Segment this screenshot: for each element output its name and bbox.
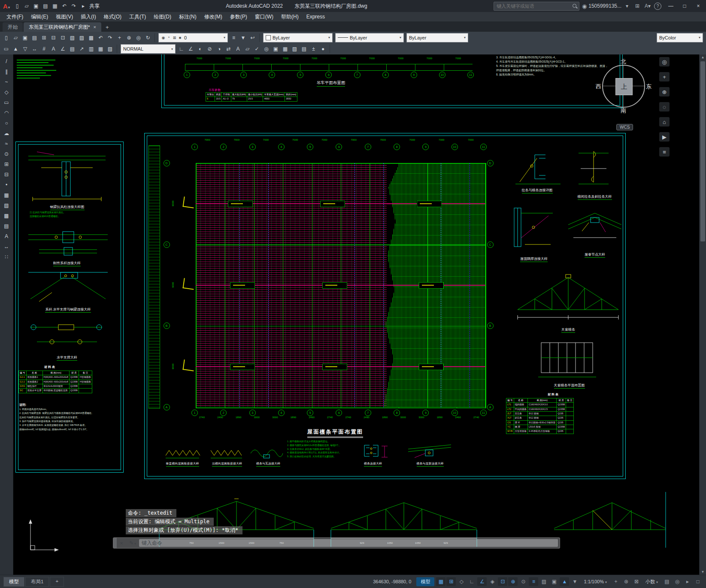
plot-style-icon[interactable]: ▥ [87, 45, 96, 53]
layer-color-icon[interactable]: ■ [178, 35, 182, 40]
qnew-icon[interactable]: ▯ [2, 33, 11, 42]
isolate-objects-icon[interactable]: ◎ [673, 577, 682, 586]
hatch-icon[interactable]: ▦ [96, 45, 105, 53]
construction-line-tool-icon[interactable]: ∥ [2, 67, 11, 76]
compass-east-label[interactable]: 东 [646, 83, 651, 90]
gradient-icon[interactable]: ▧ [106, 45, 115, 53]
line-tool-icon[interactable]: / [2, 57, 11, 66]
copy-clip-icon[interactable]: ⊞ [39, 33, 48, 42]
make-current-layer-icon[interactable]: ▼ [239, 33, 248, 42]
menu-item-12[interactable]: 帮助(H) [277, 12, 303, 21]
dimension-tool-icon[interactable]: ↔ [2, 242, 11, 251]
quick-calc-icon[interactable]: # [39, 45, 48, 53]
graphics-performance-icon[interactable]: ▸ [683, 577, 692, 586]
share-label[interactable]: 共享 [89, 3, 100, 10]
plot-icon[interactable]: ▤ [30, 33, 39, 42]
minimize-button[interactable]: — [664, 0, 678, 12]
mtext-tool-icon[interactable]: A [2, 232, 11, 241]
vertical-scrollbar[interactable]: ▲ ▼ [699, 54, 706, 575]
send-to-back-icon[interactable]: ▽ [21, 45, 30, 53]
command-palette-grip[interactable] [113, 538, 117, 548]
scroll-up-icon[interactable]: ▲ [700, 54, 706, 60]
color-dropdown[interactable]: ByLayer [263, 33, 333, 42]
redo-icon[interactable]: ↷ [70, 2, 78, 10]
command-input[interactable]: 键入命令 [139, 539, 558, 547]
tab-document[interactable]: 东莞某三联跨钢结构厂房图* × [24, 22, 101, 32]
qsave-icon[interactable]: ▣ [21, 33, 30, 42]
apps-icon[interactable]: A▾ [644, 3, 651, 9]
annotation-monitor-icon[interactable]: + [611, 577, 621, 586]
xref-icon[interactable]: ▨ [77, 33, 86, 42]
orbit-icon[interactable]: ◌ [659, 102, 670, 112]
drawing-canvas[interactable]: 7000700070007000700070007000700070007000… [13, 54, 699, 575]
compass-south-label[interactable]: 南 [621, 107, 626, 115]
bring-to-front-icon[interactable]: ▲ [11, 45, 20, 53]
anchor-icon[interactable]: ≡ [659, 147, 670, 157]
open-icon[interactable]: ▱ [11, 33, 20, 42]
workspace-switch-icon[interactable]: ⊛ [621, 577, 631, 586]
share-icon[interactable]: ▸ [79, 2, 88, 10]
annotation-lock-icon[interactable]: ⊠ [632, 577, 641, 586]
save-icon[interactable]: ▣ [32, 2, 40, 10]
menu-item-13[interactable]: Express [303, 12, 329, 21]
revcloud-tool-icon[interactable]: ☁ [2, 129, 11, 138]
zoom-window-icon[interactable]: ◎ [134, 33, 143, 42]
undo-icon[interactable]: ↶ [60, 2, 69, 10]
arc-tool-icon[interactable]: ◠ [2, 108, 11, 117]
zoom-icon[interactable]: ⊕ [659, 87, 670, 96]
lineweight-dropdown[interactable]: ByLayer [406, 33, 468, 42]
point-tool-icon[interactable]: • [2, 180, 11, 189]
grid-icon[interactable]: ▦ [436, 577, 445, 586]
plot-icon[interactable]: ▦ [51, 2, 59, 10]
menu-item-8[interactable]: 标注(N) [175, 12, 200, 21]
units-button[interactable]: 小数▾ [643, 579, 661, 585]
viewcube-home-icon[interactable]: ⌂ [659, 117, 670, 127]
hatch-tool-icon[interactable]: ▦ [2, 190, 11, 199]
compass-top-face[interactable]: 上 [615, 78, 633, 95]
design-center-icon[interactable]: ▦ [281, 45, 290, 53]
maximize-button[interactable]: □ [678, 0, 691, 12]
table-style-icon[interactable]: ▤ [68, 45, 77, 53]
annotation-visibility-icon[interactable]: ▲ [560, 577, 569, 586]
new-file-icon[interactable]: ▯ [13, 2, 21, 10]
spline-tool-icon[interactable]: ≈ [2, 139, 11, 148]
view-compass[interactable]: 北 南 西 东 上 [596, 59, 651, 114]
table-tool-icon[interactable]: ▤ [2, 221, 11, 230]
selection-cycling-icon[interactable]: ▣ [549, 577, 559, 586]
circle-tool-icon[interactable]: ○ [2, 118, 11, 127]
osnap-tracking-icon[interactable]: ⊕ [508, 577, 518, 586]
pan-realtime-icon[interactable]: + [115, 33, 124, 42]
tab-start[interactable]: 开始 [3, 22, 23, 32]
menu-item-3[interactable]: 视图(V) [52, 12, 77, 21]
markup-icon[interactable]: ± [309, 45, 318, 53]
sheet-set-icon[interactable]: ▤ [300, 45, 309, 53]
search-box[interactable] [494, 2, 579, 11]
make-block-tool-icon[interactable]: ⊟ [2, 170, 11, 179]
scroll-down-icon[interactable]: ▼ [700, 569, 706, 575]
zoom-realtime-icon[interactable]: ⊕ [124, 33, 133, 42]
polyline-tool-icon[interactable]: ~ [2, 77, 11, 86]
pan-icon[interactable]: + [659, 72, 670, 81]
clean-screen-icon[interactable]: □ [693, 577, 703, 586]
plotstyle-dropdown[interactable]: ByColor [657, 33, 703, 42]
open-file-icon[interactable]: ▱ [22, 2, 31, 10]
dynamic-input-icon[interactable]: ⊙ [518, 577, 528, 586]
scrollbar-thumb[interactable] [700, 61, 705, 241]
show-motion-icon[interactable]: ▶ [659, 132, 670, 142]
dim-radius-icon[interactable]: ◐ [196, 45, 205, 53]
textstyle-dropdown[interactable]: NORMAL [121, 44, 176, 54]
isodraft-icon[interactable]: ◈ [488, 577, 497, 586]
point-style-icon[interactable]: ∷ [2, 252, 11, 261]
new-layout-button[interactable]: + [50, 577, 64, 587]
save-as-icon[interactable]: ▤ [41, 2, 50, 10]
draw-order-icon[interactable]: ▭ [2, 45, 11, 53]
layer-lock-icon[interactable]: ⊠ [172, 35, 177, 40]
menu-item-7[interactable]: 绘图(D) [150, 12, 175, 21]
layer-freeze-icon[interactable]: * [167, 35, 171, 40]
mleader-style-icon[interactable]: ↗ [77, 45, 86, 53]
account-area[interactable]: ◉ 1505999135... ▾ [582, 3, 631, 9]
model-layout-tab[interactable]: 模型 [3, 577, 24, 587]
mtext-icon[interactable]: A [233, 45, 242, 53]
match-properties-icon[interactable]: ⊡ [58, 33, 67, 42]
dim-linear-icon[interactable]: ∟ [177, 45, 186, 53]
